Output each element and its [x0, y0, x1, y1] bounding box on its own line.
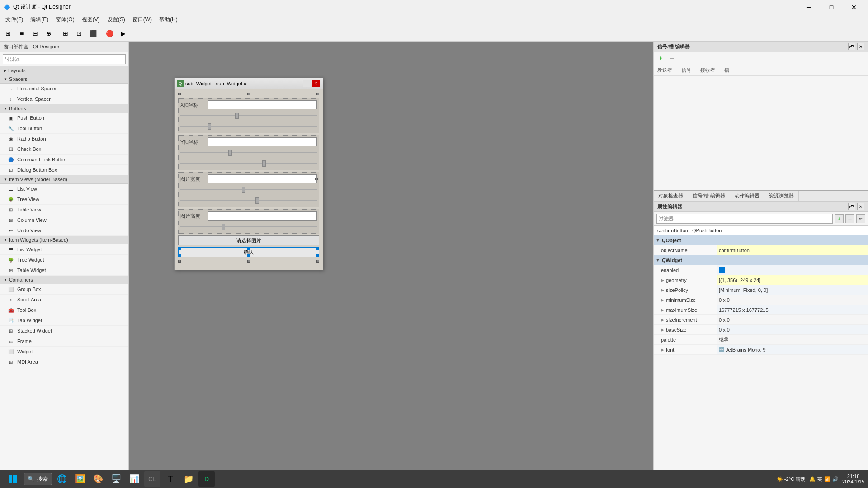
filter-input[interactable] [3, 54, 126, 64]
toolbar-btn-1[interactable]: ⊞ [2, 27, 14, 40]
signal-editor-float-btn[interactable]: 🗗 [848, 43, 855, 50]
language-icon[interactable]: 英 [817, 476, 822, 483]
start-button[interactable] [4, 472, 22, 486]
design-canvas[interactable]: Q sub_Widget - sub_Widget.ui ─ ✕ [129, 42, 653, 470]
toolbar-btn-3[interactable]: ⊟ [29, 27, 42, 40]
taskbar-app-monitor[interactable]: 🖥️ [108, 471, 124, 487]
taskbar-app-terminal[interactable]: D [198, 471, 215, 487]
widget-list-view[interactable]: ☰ List View [0, 184, 128, 194]
tab-object-inspector[interactable]: 对象检查器 [654, 191, 688, 201]
toolbar-btn-7[interactable]: ⬛ [86, 27, 99, 40]
section-containers[interactable]: ▼ Containers [0, 276, 128, 284]
widget-scroll-area[interactable]: ↕ Scroll Area [0, 295, 128, 305]
taskbar-app-browser[interactable]: 🌐 [54, 471, 70, 487]
prop-value-objectname[interactable]: confirmButton [717, 245, 868, 255]
prop-value-basesize[interactable]: 0 x 0 [717, 325, 868, 334]
menu-window-form[interactable]: 窗体(O) [52, 15, 78, 24]
menu-settings[interactable]: 设置(S) [104, 15, 129, 24]
section-item-widgets[interactable]: ▼ Item Widgets (Item-Based) [0, 236, 128, 244]
prop-value-palette[interactable]: 继承 [717, 335, 868, 344]
maximize-button[interactable]: □ [821, 0, 842, 14]
property-editor-float-btn[interactable]: 🗗 [848, 203, 855, 210]
taskbar-app-text[interactable]: T [162, 471, 179, 487]
toolbar-btn-8[interactable]: 🔴 [103, 27, 116, 40]
widget-tree-view[interactable]: 🌳 Tree View [0, 194, 128, 205]
widget-push-button[interactable]: ▣ Push Button [0, 113, 128, 123]
widget-radio-button[interactable]: ◉ Radio Button [0, 134, 128, 144]
select-image-button[interactable]: 请选择图片 [178, 235, 319, 245]
section-spacers[interactable]: ▼ Spacers [0, 75, 128, 84]
widget-command-link-button[interactable]: 🔵 Command Link Button [0, 155, 128, 165]
signal-add-btn[interactable]: + [656, 54, 665, 63]
widget-group-box[interactable]: ⬜ Group Box [0, 284, 128, 295]
vertical-spacer-label: Vertical Spacer [17, 96, 51, 102]
toolbar-btn-2[interactable]: ≡ [15, 27, 28, 40]
widget-horizontal-spacer[interactable]: ↔ Horizontal Spacer [0, 84, 128, 94]
toolbar-btn-5[interactable]: ⊞ [59, 27, 72, 40]
menu-file[interactable]: 文件(F) [2, 15, 27, 24]
enabled-checkbox[interactable] [719, 267, 725, 273]
widget-mdi-area[interactable]: ⊞ MDI Area [0, 357, 128, 367]
tab-signal-slot[interactable]: 信号/槽 编辑器 [688, 191, 730, 201]
prop-value-sizeincrement[interactable]: 0 x 0 [717, 315, 868, 324]
section-layouts[interactable]: ▶ Layouts [0, 66, 128, 75]
property-filter-edit-btn[interactable]: ✏ [856, 214, 865, 223]
widget-vertical-spacer[interactable]: ↕ Vertical Spacer [0, 94, 128, 104]
menu-edit[interactable]: 编辑(E) [27, 15, 52, 24]
property-filter-input[interactable] [656, 214, 833, 224]
prop-value-minimumsize[interactable]: 0 x 0 [717, 295, 868, 305]
widget-check-box[interactable]: ☑ Check Box [0, 144, 128, 155]
prop-value-geometry[interactable]: [(1, 356), 249 x 24] [717, 275, 868, 285]
prop-value-enabled[interactable] [717, 265, 868, 275]
signal-editor-close-btn[interactable]: ✕ [857, 43, 864, 50]
widget-table-view[interactable]: ⊞ Table View [0, 205, 128, 215]
img-height-input[interactable] [208, 211, 317, 221]
widget-tool-button[interactable]: 🔧 Tool Button [0, 123, 128, 134]
section-buttons[interactable]: ▼ Buttons [0, 104, 128, 113]
widget-frame[interactable]: ▭ Frame [0, 336, 128, 347]
widget-tool-box[interactable]: 🧰 Tool Box [0, 305, 128, 315]
widget-list-widget[interactable]: ☰ List Widget [0, 244, 128, 255]
widget-table-widget[interactable]: ⊞ Table Widget [0, 265, 128, 276]
menu-view[interactable]: 视图(V) [78, 15, 104, 24]
tab-resource-browser[interactable]: 资源浏览器 [764, 191, 799, 201]
signal-remove-btn[interactable]: ─ [667, 54, 676, 63]
toolbar-btn-9[interactable]: ▶ [117, 27, 129, 40]
property-editor-close-btn[interactable]: ✕ [857, 203, 864, 210]
property-filter-add-btn[interactable]: + [835, 214, 844, 223]
tab-action-editor[interactable]: 动作编辑器 [730, 191, 764, 201]
widget-dialog-button-box[interactable]: ⊡ Dialog Button Box [0, 165, 128, 175]
property-filter-remove-btn[interactable]: ─ [845, 214, 854, 223]
taskbar-search[interactable]: 🔍 搜索 [24, 473, 52, 485]
x-coord-input[interactable] [208, 100, 317, 109]
toolbar-btn-4[interactable]: ⊕ [42, 27, 55, 40]
widget-tree-widget[interactable]: 🌳 Tree Widget [0, 255, 128, 265]
taskbar-clock[interactable]: 21:18 2024/1/15 [842, 474, 864, 484]
taskbar-app-presentation[interactable]: 📊 [126, 471, 142, 487]
close-button[interactable]: ✕ [844, 0, 864, 14]
taskbar-app-image[interactable]: 🖼️ [72, 471, 88, 487]
prop-value-sizepolicy[interactable]: [Minimum, Fixed, 0, 0] [717, 285, 868, 295]
prop-value-font[interactable]: 🔤 JetBrains Mono, 9 [717, 345, 868, 354]
prop-value-maximumsize[interactable]: 16777215 x 16777215 [717, 305, 868, 314]
volume-icon[interactable]: 🔊 [832, 476, 839, 482]
taskbar-app-folder[interactable]: 📁 [180, 471, 197, 487]
widget-widget[interactable]: ⬜ Widget [0, 347, 128, 357]
notification-icon[interactable]: 🔔 [809, 476, 816, 482]
widget-undo-view[interactable]: ↩ Undo View [0, 225, 128, 236]
widget-column-view[interactable]: ⊟ Column View [0, 215, 128, 225]
minimize-button[interactable]: ─ [798, 0, 819, 14]
widget-tab-widget[interactable]: 📑 Tab Widget [0, 315, 128, 326]
sub-close-btn[interactable]: ✕ [312, 80, 320, 87]
taskbar-app-code[interactable]: CL [144, 471, 160, 487]
menu-help[interactable]: 帮助(H) [156, 15, 181, 24]
toolbar-btn-6[interactable]: ⊡ [73, 27, 85, 40]
y-coord-input[interactable] [208, 137, 317, 146]
taskbar-app-paint[interactable]: 🎨 [90, 471, 106, 487]
img-width-input[interactable] [208, 174, 317, 183]
menu-window[interactable]: 窗口(W) [129, 15, 156, 24]
sub-minimize-btn[interactable]: ─ [303, 80, 311, 87]
section-item-views[interactable]: ▼ Item Views (Model-Based) [0, 175, 128, 184]
widget-stacked-widget[interactable]: ⊞ Stacked Widget [0, 326, 128, 336]
network-icon[interactable]: 📶 [824, 476, 830, 482]
